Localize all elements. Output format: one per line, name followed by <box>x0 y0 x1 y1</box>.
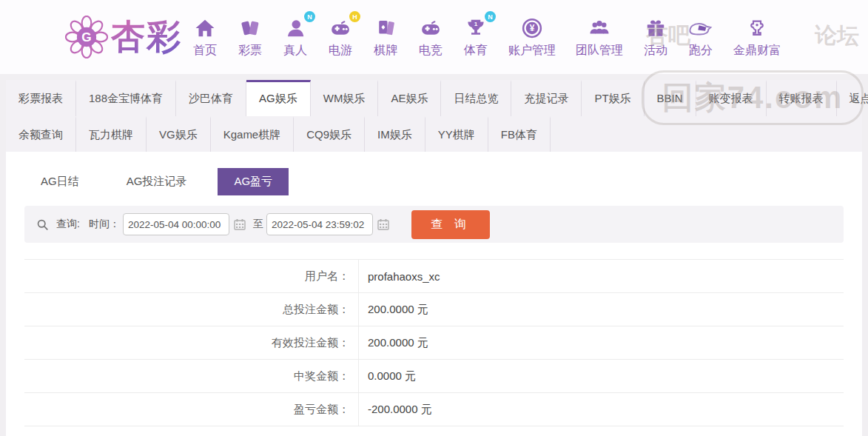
tab-yy-cards[interactable]: YY棋牌 <box>425 116 488 152</box>
tab-daily-overview[interactable]: 日结总览 <box>441 80 511 116</box>
report-tabbar: 彩票报表 188金宝博体育 沙巴体育 AG娱乐 WM娱乐 AE娱乐 日结总览 充… <box>6 80 862 152</box>
row-value: -200.0000 元 <box>359 393 844 426</box>
row-value: profahaoxs_xc <box>359 260 844 292</box>
team-icon <box>587 16 612 41</box>
nav-item-esports[interactable]: 电竞 <box>418 16 443 58</box>
row-label: 盈亏金额： <box>24 393 359 426</box>
row-value: 200.0000 元 <box>359 326 844 359</box>
search-icon <box>36 218 49 231</box>
nav-item-lottery[interactable]: 彩票 <box>238 16 263 58</box>
tabrow-2: 余额查询 瓦力棋牌 VG娱乐 Kgame棋牌 CQ9娱乐 IM娱乐 YY棋牌 F… <box>6 116 862 152</box>
tab-kgame-cards[interactable]: Kgame棋牌 <box>211 116 295 152</box>
nav-item-egames[interactable]: H 电游 <box>328 16 353 58</box>
subtab-ag-bet-records[interactable]: AG投注记录 <box>110 168 203 195</box>
datetime-from-input[interactable] <box>123 213 229 235</box>
row-label: 中奖金额： <box>24 360 359 392</box>
tab-account-change-report[interactable]: 账变报表 <box>696 80 767 116</box>
hot-badge: H <box>349 11 360 22</box>
time-label: 时间： <box>89 218 120 231</box>
nav-item-team-management[interactable]: 团队管理 <box>576 16 623 58</box>
nav-item-paofen[interactable]: 跑分 <box>688 16 713 58</box>
tickets-icon <box>238 16 263 41</box>
svg-text:¥: ¥ <box>530 23 535 33</box>
subtab-ag-profit-loss[interactable]: AG盈亏 <box>218 168 289 195</box>
gamepad-icon: H <box>328 16 353 41</box>
row-label: 总投注金额： <box>24 293 359 326</box>
table-row-profit-loss: 盈亏金额： -200.0000 元 <box>24 393 844 426</box>
ag-report-panel: AG日结 AG投注记录 AG盈亏 查询: 时间： 至 <box>6 152 862 436</box>
tab-wali-cards[interactable]: 瓦力棋牌 <box>76 116 147 152</box>
gift-icon <box>643 16 668 41</box>
tabrow-1: 彩票报表 188金宝博体育 沙巴体育 AG娱乐 WM娱乐 AE娱乐 日结总览 充… <box>6 80 862 116</box>
nav-item-jinding-wealth[interactable]: 金鼎财富 <box>733 16 781 58</box>
datetime-to-input[interactable] <box>266 213 373 235</box>
logo-flower-icon: G <box>65 16 108 58</box>
urn-icon <box>744 16 770 41</box>
calendar-icon[interactable] <box>377 218 389 230</box>
nav-item-account-management[interactable]: ¥ 账户管理 <box>508 16 556 58</box>
svg-text:G: G <box>81 30 91 44</box>
gamepad-icon <box>418 16 443 41</box>
rhino-icon <box>688 16 713 41</box>
yen-coin-icon: ¥ <box>519 16 545 41</box>
tab-pt-entertainment[interactable]: PT娱乐 <box>582 80 644 116</box>
person-icon: N <box>283 16 308 41</box>
tab-bbin[interactable]: BBIN <box>645 80 696 116</box>
row-value: 0.0000 元 <box>359 360 844 392</box>
profit-loss-table: 用户名： profahaoxs_xc 总投注金额： 200.0000 元 有效投… <box>24 259 844 426</box>
tab-transfer-report[interactable]: 转账报表 <box>767 80 837 116</box>
row-label: 用户名： <box>24 260 359 292</box>
row-label: 有效投注金额： <box>24 326 359 359</box>
tab-lottery-report[interactable]: 彩票报表 <box>6 80 76 116</box>
tab-cq9-entertainment[interactable]: CQ9娱乐 <box>294 116 365 152</box>
svg-text:1: 1 <box>474 21 478 27</box>
new-badge: N <box>304 11 315 22</box>
trophy-icon: 1 N <box>463 16 488 41</box>
nav-item-live[interactable]: N 真人 <box>283 16 308 58</box>
query-bar: 查询: 时间： 至 查 询 <box>24 206 844 243</box>
logo-text: 杏彩 <box>111 14 182 60</box>
header: G 杏彩 首页 彩票 <box>0 0 868 74</box>
tab-vg-entertainment[interactable]: VG娱乐 <box>147 116 211 152</box>
tab-balance-query[interactable]: 余额查询 <box>6 116 76 152</box>
tab-im-entertainment[interactable]: IM娱乐 <box>365 116 425 152</box>
subtab-ag-daily[interactable]: AG日结 <box>24 168 95 195</box>
table-row-valid-bet: 有效投注金额： 200.0000 元 <box>24 326 844 360</box>
home-icon <box>192 16 218 41</box>
main-nav: 首页 彩票 N 真人 <box>192 16 801 58</box>
tab-shaba-sports[interactable]: 沙巴体育 <box>176 80 246 116</box>
query-label: 查询: <box>56 218 80 231</box>
nav-item-promotions[interactable]: 活动 <box>643 16 668 58</box>
cards-icon <box>373 16 398 41</box>
watermark-text-right: 论坛 <box>815 21 859 51</box>
table-row-total-bet: 总投注金额： 200.0000 元 <box>24 293 844 326</box>
tab-ag-entertainment[interactable]: AG娱乐 <box>246 80 311 116</box>
tab-deposit-withdraw-records[interactable]: 充提记录 <box>511 80 582 116</box>
new-badge: N <box>485 11 496 22</box>
nav-item-cards[interactable]: 棋牌 <box>373 16 398 58</box>
tab-188-sports[interactable]: 188金宝博体育 <box>76 80 176 116</box>
tab-wm-entertainment[interactable]: WM娱乐 <box>311 80 379 116</box>
table-row-username: 用户名： profahaoxs_xc <box>24 260 844 293</box>
query-submit-button[interactable]: 查 询 <box>411 210 490 239</box>
date-range-separator: 至 <box>253 218 263 231</box>
nav-item-sports[interactable]: 1 N 体育 <box>463 16 488 58</box>
calendar-icon[interactable] <box>234 218 246 230</box>
tab-fb-sports[interactable]: FB体育 <box>488 116 551 152</box>
site-logo[interactable]: G 杏彩 <box>65 14 182 60</box>
ag-subtabs: AG日结 AG投注记录 AG盈亏 <box>24 168 844 195</box>
tab-rebate-total[interactable]: 返点总额 <box>837 80 868 116</box>
nav-item-home[interactable]: 首页 <box>192 16 218 58</box>
table-row-winnings: 中奖金额： 0.0000 元 <box>24 360 844 393</box>
tab-ae-entertainment[interactable]: AE娱乐 <box>378 80 441 116</box>
row-value: 200.0000 元 <box>359 293 844 326</box>
